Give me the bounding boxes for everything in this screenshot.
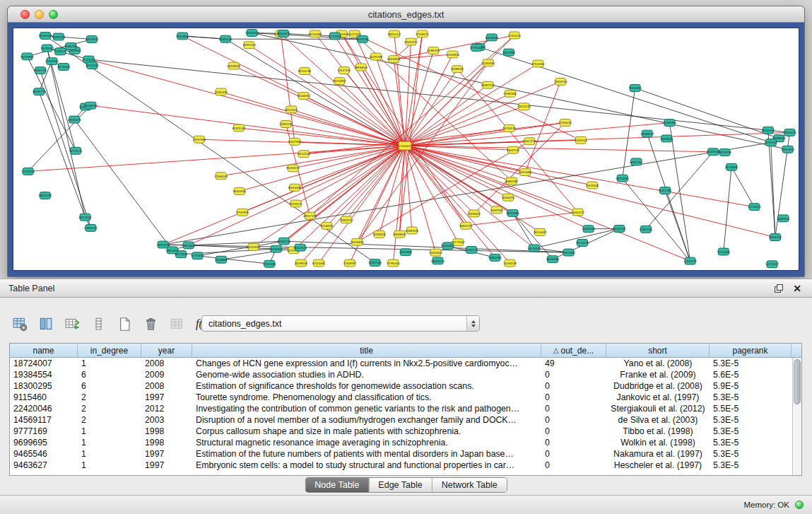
graph-node-label: 69433843 <box>387 57 401 61</box>
graph-node-label: 31687210 <box>640 228 653 231</box>
table-cell: Franke et al. (2009) <box>606 369 710 380</box>
window-titlebar[interactable]: citations_edges.txt <box>8 6 804 23</box>
table-cell: Nakamura et al. (1997) <box>606 448 710 460</box>
tab-network-table[interactable]: Network Table <box>433 478 507 492</box>
column-header-title[interactable]: title <box>192 344 541 357</box>
close-window-button[interactable] <box>20 10 30 19</box>
graph-node-label: 64557507 <box>630 160 643 164</box>
network-canvas-frame: 9464713526274484208823815030425574087901… <box>13 28 799 271</box>
graph-node-label: 71618743 <box>554 80 567 83</box>
delete-table-icon[interactable] <box>141 313 160 334</box>
column-header-label: pagerank <box>732 346 767 356</box>
table-scrollbar[interactable] <box>792 358 801 475</box>
tab-edge-table[interactable]: Edge Table <box>369 478 432 492</box>
column-header-short[interactable]: short <box>606 344 710 357</box>
column-header-out_de[interactable]: △out_de... <box>541 344 606 357</box>
table-row[interactable]: 946362711997Embryonic stem cells: a mode… <box>10 460 792 471</box>
zoom-window-button[interactable] <box>49 10 58 19</box>
graph-node-label: 28716881 <box>725 165 739 169</box>
table-row[interactable]: 1938455462009Genome-wide association stu… <box>10 369 792 380</box>
table-cell: Corpus callosum shape and size in male p… <box>192 426 541 437</box>
graph-node-label: 48834609 <box>354 66 367 69</box>
table-row[interactable]: 1456911722003Disruption of a novel membe… <box>10 414 792 426</box>
import-table-icon[interactable] <box>62 313 82 334</box>
graph-node-label: 57795409 <box>470 46 483 49</box>
tab-node-table[interactable]: Node Table <box>305 478 369 492</box>
graph-node-label: 79658845 <box>176 35 189 38</box>
table-cell: Investigating the contribution of common… <box>192 403 541 414</box>
minimize-window-button[interactable] <box>35 10 44 19</box>
table-row[interactable]: 1830029562008Estimation of significance … <box>10 380 792 392</box>
graph-node-label: 20881256 <box>84 226 98 230</box>
graph-node-label: 56906836 <box>351 240 364 244</box>
graph-node-label: 66581793 <box>33 90 46 93</box>
graph-node-label: 58186480 <box>546 257 560 261</box>
graph-node-label: 27509271 <box>416 33 429 36</box>
graph-node-label: 14027882 <box>502 51 516 54</box>
graph-node-label: 10205902 <box>429 251 442 255</box>
graph-node-label: 96300936 <box>233 189 246 193</box>
scrollbar-thumb[interactable] <box>794 359 801 404</box>
table-cell: 2009 <box>141 369 192 380</box>
graph-node-label: 29684977 <box>641 132 654 136</box>
dropdown-stepper-icon[interactable] <box>466 316 479 331</box>
graph-node-label: 25269460 <box>663 121 676 124</box>
graph-node-label: 85151063 <box>82 58 95 62</box>
graph-node-label: 88064574 <box>431 259 445 263</box>
citation-network-graph[interactable]: 9464713526274484208823815030425574087901… <box>13 28 799 270</box>
graph-node-label: 54291998 <box>370 55 383 59</box>
new-document-icon[interactable] <box>114 313 134 334</box>
table-row[interactable]: 2242004622012Investigating the contribut… <box>10 403 792 414</box>
dropdown-value: citations_edges.txt <box>208 319 466 329</box>
table-cell: Genome-wide association studies in ADHD. <box>192 369 541 380</box>
graph-node-label: 94647135 <box>507 148 520 152</box>
graph-node-label: 36736404 <box>57 65 71 69</box>
column-header-year[interactable]: year <box>141 344 192 357</box>
table-row[interactable]: 969969511998Structural magnetic resonanc… <box>10 437 792 448</box>
table-cell: 9777169 <box>10 426 78 437</box>
graph-node-label: 38754083 <box>309 33 322 36</box>
graph-node-label: 73653628 <box>182 244 195 247</box>
graph-node-label: 28514443 <box>534 230 547 234</box>
table-selector-dropdown[interactable]: citations_edges.txt <box>201 315 480 332</box>
table-toolbar: f(x) <box>10 312 214 336</box>
table-cell: Structural magnetic resonance image aver… <box>192 437 541 448</box>
table-cell: 0 <box>541 403 606 414</box>
graph-node-label: 19010972 <box>404 40 418 44</box>
graph-node-label: 91985960 <box>269 247 283 251</box>
graph-node-label: 74052117 <box>572 211 585 214</box>
graph-node-label: 66512674 <box>294 246 307 250</box>
graph-node-label: 74992375 <box>156 243 170 247</box>
row-list-icon[interactable] <box>88 313 108 334</box>
graph-node-label: 36288561 <box>451 67 464 71</box>
table-row[interactable]: 977716911998Corpus callosum shape and si… <box>10 426 792 437</box>
table-cell: 5.3E-5 <box>710 437 792 448</box>
column-header-in_degree[interactable]: in_degree <box>78 344 141 357</box>
column-header-name[interactable]: name <box>10 344 78 357</box>
column-header-pagerank[interactable]: pagerank <box>710 344 792 357</box>
table-cell: 0 <box>541 380 606 392</box>
close-panel-icon[interactable]: ✕ <box>791 282 804 295</box>
table-cell: 1 <box>78 358 141 369</box>
table-cell: 1 <box>78 460 141 471</box>
graph-node-label: 97524405 <box>312 262 326 265</box>
table-row[interactable]: 1872400712008Changes of HCN gene express… <box>10 358 792 369</box>
table-settings-icon[interactable] <box>10 313 30 334</box>
column-header-label: title <box>360 346 373 356</box>
graph-node-label: 69325143 <box>233 127 246 130</box>
float-panel-icon[interactable] <box>772 282 785 295</box>
table-row[interactable]: 946554611997Estimation of the future num… <box>10 448 792 460</box>
graph-node-label: 10330432 <box>372 233 386 236</box>
graph-node-label: 55568887 <box>215 258 228 262</box>
table-cell: 49 <box>541 358 606 369</box>
table-cell: Embryonic stem cells: a model to study s… <box>192 460 541 471</box>
graph-node-label: 17428997 <box>343 262 357 265</box>
table-cell: 1 <box>78 448 141 460</box>
network-view-window[interactable]: citations_edges.txt 94647135262744842088… <box>7 6 805 277</box>
graph-node-label: 63441430 <box>762 129 775 132</box>
window-title: citations_edges.txt <box>8 9 804 20</box>
table-row[interactable]: 911546021997Tourette syndrome. Phenomeno… <box>10 392 792 403</box>
graph-node-label: 53812877 <box>166 249 180 252</box>
table-cell: 5.3E-5 <box>710 426 792 437</box>
show-columns-icon[interactable] <box>36 313 56 334</box>
